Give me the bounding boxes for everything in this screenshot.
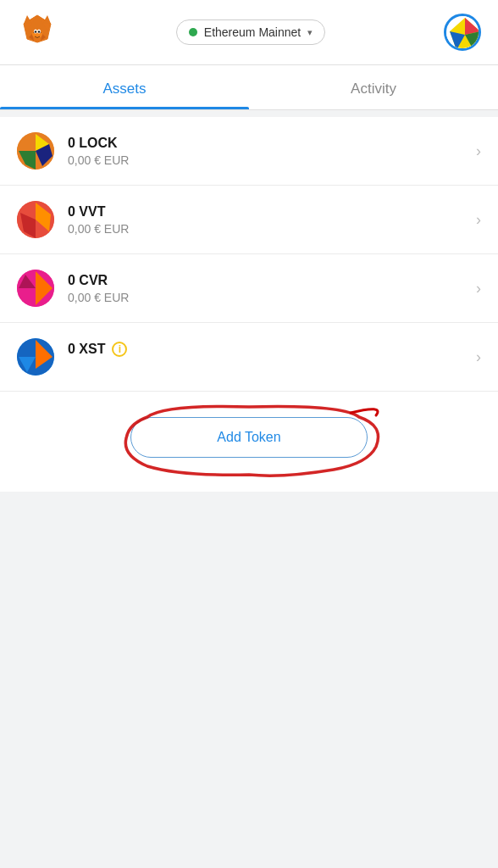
asset-list: 0 LOCK 0,00 € EUR › 0 VVT 0,00 € EUR ›	[0, 117, 498, 392]
tab-activity[interactable]: Activity	[249, 65, 498, 109]
vvt-token-icon	[17, 201, 54, 238]
add-token-button[interactable]: Add Token	[130, 417, 368, 458]
vvt-asset-name: 0 VVT	[68, 204, 468, 220]
asset-item-cvr[interactable]: 0 CVR 0,00 € EUR ›	[0, 254, 498, 323]
xst-info-icon[interactable]: i	[112, 342, 127, 357]
vvt-chevron-icon: ›	[476, 211, 481, 229]
asset-item-vvt[interactable]: 0 VVT 0,00 € EUR ›	[0, 186, 498, 254]
asset-item-xst[interactable]: 0 XST i ›	[0, 323, 498, 392]
network-chevron-icon: ▾	[307, 27, 313, 38]
asset-item-lock[interactable]: 0 LOCK 0,00 € EUR ›	[0, 117, 498, 186]
lock-token-icon	[17, 132, 54, 170]
cvr-chevron-icon: ›	[476, 280, 481, 298]
svg-point-13	[35, 31, 36, 32]
cvr-asset-info: 0 CVR 0,00 € EUR	[68, 273, 468, 304]
lock-asset-value: 0,00 € EUR	[68, 153, 468, 167]
tab-assets[interactable]: Assets	[0, 65, 249, 109]
xst-asset-name: 0 XST i	[68, 342, 468, 357]
network-status-dot	[189, 28, 197, 36]
network-label: Ethereum Mainnet	[204, 25, 301, 39]
xst-asset-info: 0 XST i	[68, 342, 468, 373]
lock-chevron-icon: ›	[476, 142, 481, 160]
svg-point-14	[38, 31, 40, 32]
xst-chevron-icon: ›	[476, 348, 481, 366]
cvr-token-icon	[17, 270, 54, 307]
avatar[interactable]	[444, 14, 481, 51]
metamask-logo	[17, 12, 58, 53]
network-selector[interactable]: Ethereum Mainnet ▾	[176, 19, 325, 45]
lock-asset-name: 0 LOCK	[68, 136, 468, 151]
tabs: Assets Activity	[0, 65, 498, 110]
xst-asset-value	[68, 359, 468, 373]
lock-asset-info: 0 LOCK 0,00 € EUR	[68, 136, 468, 167]
vvt-asset-info: 0 VVT 0,00 € EUR	[68, 204, 468, 236]
vvt-asset-value: 0,00 € EUR	[68, 222, 468, 236]
xst-token-icon	[17, 338, 54, 376]
cvr-asset-name: 0 CVR	[68, 273, 468, 288]
header: Ethereum Mainnet ▾	[0, 0, 498, 65]
add-token-area: Add Token	[0, 392, 498, 492]
cvr-asset-value: 0,00 € EUR	[68, 291, 468, 304]
svg-point-8	[32, 30, 42, 38]
